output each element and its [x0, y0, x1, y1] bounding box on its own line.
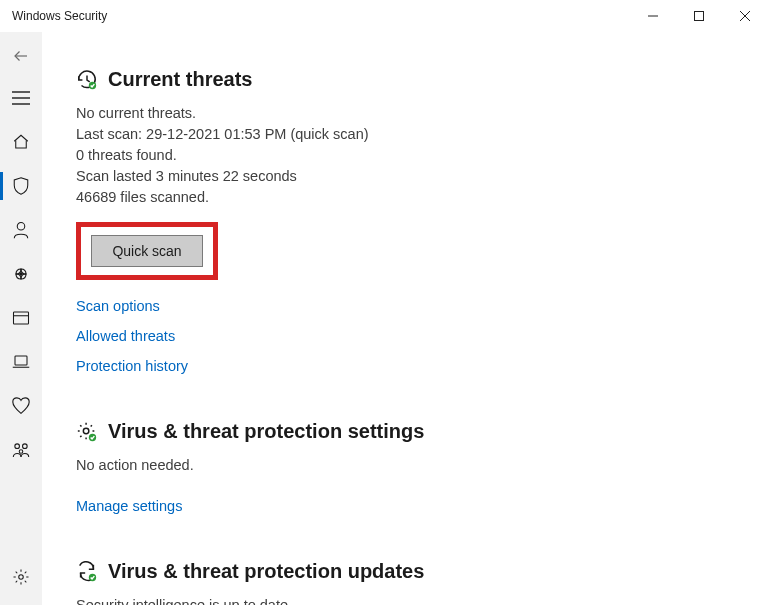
nav-family[interactable] — [0, 428, 42, 472]
current-threats-heading: Current threats — [108, 68, 252, 91]
nav-account[interactable] — [0, 208, 42, 252]
manage-settings-link[interactable]: Manage settings — [76, 498, 728, 514]
nav-device-security[interactable] — [0, 340, 42, 384]
gear-check-icon — [76, 421, 98, 443]
history-check-icon — [76, 69, 98, 91]
scan-duration-text: Scan lasted 3 minutes 22 seconds — [76, 166, 728, 187]
allowed-threats-link[interactable]: Allowed threats — [76, 328, 728, 344]
nav-device-performance[interactable] — [0, 384, 42, 428]
nav-home[interactable] — [0, 120, 42, 164]
refresh-check-icon — [76, 561, 98, 583]
nav-firewall[interactable] — [0, 252, 42, 296]
threats-found-text: 0 threats found. — [76, 145, 728, 166]
protection-history-link[interactable]: Protection history — [76, 358, 728, 374]
protection-settings-section: Virus & threat protection settings No ac… — [76, 420, 728, 514]
svg-point-14 — [15, 444, 20, 449]
svg-point-16 — [19, 450, 23, 454]
no-threats-text: No current threats. — [76, 103, 728, 124]
nav-virus-threat[interactable] — [0, 164, 42, 208]
main-content: Current threats No current threats. Last… — [42, 32, 768, 605]
back-button[interactable] — [0, 36, 42, 76]
svg-point-17 — [19, 575, 24, 580]
nav-app-browser[interactable] — [0, 296, 42, 340]
nav-rail — [0, 32, 42, 605]
protection-settings-heading: Virus & threat protection settings — [108, 420, 424, 443]
protection-updates-section: Virus & threat protection updates Securi… — [76, 560, 728, 605]
svg-point-19 — [83, 428, 89, 434]
scan-options-link[interactable]: Scan options — [76, 298, 728, 314]
svg-rect-12 — [15, 356, 27, 365]
quick-scan-highlight: Quick scan — [76, 222, 218, 280]
current-threats-section: Current threats No current threats. Last… — [76, 68, 728, 374]
updates-status-text: Security intelligence is up to date. — [76, 595, 728, 605]
svg-point-8 — [17, 223, 25, 231]
svg-point-9 — [20, 273, 23, 276]
window-title: Windows Security — [12, 9, 107, 23]
files-scanned-text: 46689 files scanned. — [76, 187, 728, 208]
nav-settings[interactable] — [0, 555, 42, 599]
quick-scan-button[interactable]: Quick scan — [91, 235, 203, 267]
menu-button[interactable] — [0, 76, 42, 120]
maximize-button[interactable] — [676, 0, 722, 32]
svg-rect-10 — [14, 312, 29, 324]
minimize-button[interactable] — [630, 0, 676, 32]
svg-point-15 — [23, 444, 28, 449]
close-button[interactable] — [722, 0, 768, 32]
svg-rect-1 — [695, 12, 704, 21]
last-scan-text: Last scan: 29-12-2021 01:53 PM (quick sc… — [76, 124, 728, 145]
settings-status-text: No action needed. — [76, 455, 728, 476]
protection-updates-heading: Virus & threat protection updates — [108, 560, 424, 583]
